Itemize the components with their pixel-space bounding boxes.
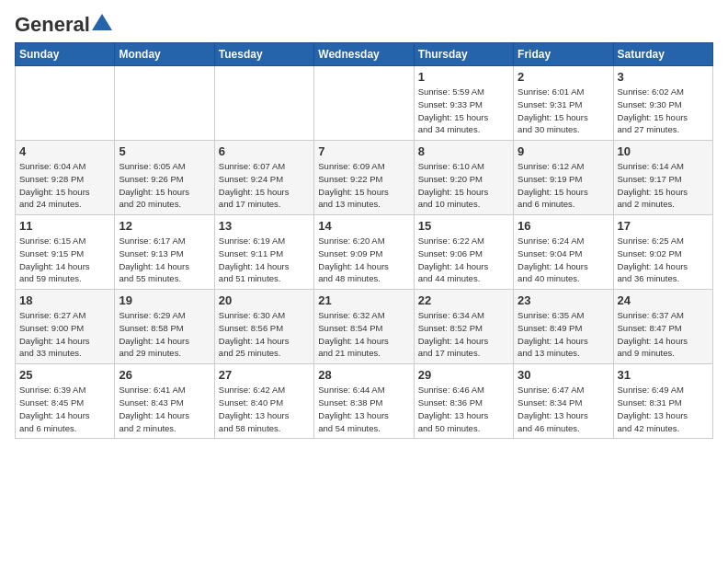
- calendar-week-row: 4Sunrise: 6:04 AMSunset: 9:28 PMDaylight…: [16, 141, 713, 215]
- day-info: Sunrise: 6:19 AMSunset: 9:11 PMDaylight:…: [219, 235, 310, 285]
- calendar-cell: 21Sunrise: 6:32 AMSunset: 8:54 PMDayligh…: [314, 290, 414, 364]
- day-number: 25: [19, 368, 110, 382]
- day-number: 22: [418, 293, 509, 307]
- calendar-cell: 27Sunrise: 6:42 AMSunset: 8:40 PMDayligh…: [214, 364, 313, 439]
- day-number: 5: [119, 144, 210, 158]
- day-info: Sunrise: 6:41 AMSunset: 8:43 PMDaylight:…: [119, 384, 210, 434]
- logo-general-text: General: [15, 15, 90, 35]
- calendar-table: SundayMondayTuesdayWednesdayThursdayFrid…: [15, 42, 713, 439]
- day-number: 10: [618, 144, 709, 158]
- day-info: Sunrise: 6:22 AMSunset: 9:06 PMDaylight:…: [418, 235, 509, 285]
- day-info: Sunrise: 6:25 AMSunset: 9:02 PMDaylight:…: [618, 235, 709, 285]
- calendar-cell: 15Sunrise: 6:22 AMSunset: 9:06 PMDayligh…: [414, 215, 513, 290]
- logo: General: [15, 15, 112, 35]
- day-info: Sunrise: 5:59 AMSunset: 9:33 PMDaylight:…: [418, 86, 509, 136]
- day-info: Sunrise: 6:32 AMSunset: 8:54 PMDaylight:…: [318, 309, 409, 360]
- calendar-cell: [16, 66, 115, 141]
- calendar-cell: 11Sunrise: 6:15 AMSunset: 9:15 PMDayligh…: [16, 215, 115, 290]
- day-number: 3: [618, 70, 709, 84]
- day-info: Sunrise: 6:35 AMSunset: 8:49 PMDaylight:…: [518, 309, 609, 360]
- calendar-cell: 28Sunrise: 6:44 AMSunset: 8:38 PMDayligh…: [314, 364, 414, 439]
- page-header: General: [15, 15, 713, 35]
- weekday-header-tuesday: Tuesday: [214, 43, 313, 66]
- weekday-header-sunday: Sunday: [16, 43, 115, 66]
- weekday-header-thursday: Thursday: [414, 43, 513, 66]
- calendar-cell: 6Sunrise: 6:07 AMSunset: 9:24 PMDaylight…: [214, 141, 313, 215]
- day-info: Sunrise: 6:46 AMSunset: 8:36 PMDaylight:…: [418, 384, 509, 434]
- day-info: Sunrise: 6:14 AMSunset: 9:17 PMDaylight:…: [618, 160, 709, 211]
- day-number: 12: [119, 219, 210, 233]
- day-info: Sunrise: 6:17 AMSunset: 9:13 PMDaylight:…: [119, 235, 210, 285]
- day-number: 4: [19, 144, 110, 158]
- day-number: 23: [518, 293, 609, 307]
- day-info: Sunrise: 6:29 AMSunset: 8:58 PMDaylight:…: [119, 309, 210, 360]
- day-info: Sunrise: 6:12 AMSunset: 9:19 PMDaylight:…: [518, 160, 609, 211]
- day-number: 20: [219, 293, 310, 307]
- calendar-cell: 20Sunrise: 6:30 AMSunset: 8:56 PMDayligh…: [214, 290, 313, 364]
- day-info: Sunrise: 6:44 AMSunset: 8:38 PMDaylight:…: [318, 384, 409, 434]
- calendar-cell: 7Sunrise: 6:09 AMSunset: 9:22 PMDaylight…: [314, 141, 414, 215]
- day-number: 31: [618, 368, 709, 382]
- day-number: 17: [618, 219, 709, 233]
- calendar-week-row: 1Sunrise: 5:59 AMSunset: 9:33 PMDaylight…: [16, 66, 713, 141]
- calendar-cell: 23Sunrise: 6:35 AMSunset: 8:49 PMDayligh…: [514, 290, 613, 364]
- day-info: Sunrise: 6:09 AMSunset: 9:22 PMDaylight:…: [318, 160, 409, 211]
- day-number: 29: [418, 368, 509, 382]
- day-number: 28: [318, 368, 409, 382]
- calendar-cell: 5Sunrise: 6:05 AMSunset: 9:26 PMDaylight…: [115, 141, 214, 215]
- day-info: Sunrise: 6:49 AMSunset: 8:31 PMDaylight:…: [618, 384, 709, 434]
- day-number: 15: [418, 219, 509, 233]
- weekday-header-monday: Monday: [115, 43, 214, 66]
- day-number: 27: [219, 368, 310, 382]
- day-number: 21: [318, 293, 409, 307]
- day-number: 9: [518, 144, 609, 158]
- day-info: Sunrise: 6:34 AMSunset: 8:52 PMDaylight:…: [418, 309, 509, 360]
- day-info: Sunrise: 6:01 AMSunset: 9:31 PMDaylight:…: [518, 86, 609, 136]
- calendar-cell: [214, 66, 313, 141]
- day-info: Sunrise: 6:37 AMSunset: 8:47 PMDaylight:…: [618, 309, 709, 360]
- calendar-week-row: 18Sunrise: 6:27 AMSunset: 9:00 PMDayligh…: [16, 290, 713, 364]
- day-info: Sunrise: 6:15 AMSunset: 9:15 PMDaylight:…: [19, 235, 110, 285]
- day-number: 26: [119, 368, 210, 382]
- day-info: Sunrise: 6:47 AMSunset: 8:34 PMDaylight:…: [518, 384, 609, 434]
- calendar-cell: 13Sunrise: 6:19 AMSunset: 9:11 PMDayligh…: [214, 215, 313, 290]
- calendar-cell: [115, 66, 214, 141]
- calendar-cell: 8Sunrise: 6:10 AMSunset: 9:20 PMDaylight…: [414, 141, 513, 215]
- weekday-header-wednesday: Wednesday: [314, 43, 414, 66]
- calendar-week-row: 11Sunrise: 6:15 AMSunset: 9:15 PMDayligh…: [16, 215, 713, 290]
- day-info: Sunrise: 6:02 AMSunset: 9:30 PMDaylight:…: [618, 86, 709, 136]
- day-info: Sunrise: 6:42 AMSunset: 8:40 PMDaylight:…: [219, 384, 310, 434]
- day-number: 7: [318, 144, 409, 158]
- calendar-cell: 14Sunrise: 6:20 AMSunset: 9:09 PMDayligh…: [314, 215, 414, 290]
- day-info: Sunrise: 6:30 AMSunset: 8:56 PMDaylight:…: [219, 309, 310, 360]
- day-info: Sunrise: 6:05 AMSunset: 9:26 PMDaylight:…: [119, 160, 210, 211]
- day-info: Sunrise: 6:07 AMSunset: 9:24 PMDaylight:…: [219, 160, 310, 211]
- day-number: 8: [418, 144, 509, 158]
- calendar-cell: 9Sunrise: 6:12 AMSunset: 9:19 PMDaylight…: [514, 141, 613, 215]
- logo-triangle-icon: [92, 12, 112, 32]
- calendar-cell: 24Sunrise: 6:37 AMSunset: 8:47 PMDayligh…: [613, 290, 712, 364]
- calendar-cell: 25Sunrise: 6:39 AMSunset: 8:45 PMDayligh…: [16, 364, 115, 439]
- day-info: Sunrise: 6:10 AMSunset: 9:20 PMDaylight:…: [418, 160, 509, 211]
- calendar-cell: 31Sunrise: 6:49 AMSunset: 8:31 PMDayligh…: [613, 364, 712, 439]
- calendar-cell: 2Sunrise: 6:01 AMSunset: 9:31 PMDaylight…: [514, 66, 613, 141]
- calendar-cell: 19Sunrise: 6:29 AMSunset: 8:58 PMDayligh…: [115, 290, 214, 364]
- calendar-week-row: 25Sunrise: 6:39 AMSunset: 8:45 PMDayligh…: [16, 364, 713, 439]
- weekday-header-saturday: Saturday: [613, 43, 712, 66]
- weekday-header-friday: Friday: [514, 43, 613, 66]
- day-number: 24: [618, 293, 709, 307]
- calendar-cell: 1Sunrise: 5:59 AMSunset: 9:33 PMDaylight…: [414, 66, 513, 141]
- calendar-cell: 30Sunrise: 6:47 AMSunset: 8:34 PMDayligh…: [514, 364, 613, 439]
- day-number: 11: [19, 219, 110, 233]
- calendar-cell: [314, 66, 414, 141]
- calendar-header-row: SundayMondayTuesdayWednesdayThursdayFrid…: [16, 43, 713, 66]
- day-info: Sunrise: 6:27 AMSunset: 9:00 PMDaylight:…: [19, 309, 110, 360]
- calendar-cell: 22Sunrise: 6:34 AMSunset: 8:52 PMDayligh…: [414, 290, 513, 364]
- day-number: 18: [19, 293, 110, 307]
- calendar-cell: 26Sunrise: 6:41 AMSunset: 8:43 PMDayligh…: [115, 364, 214, 439]
- day-info: Sunrise: 6:04 AMSunset: 9:28 PMDaylight:…: [19, 160, 110, 211]
- calendar-cell: 18Sunrise: 6:27 AMSunset: 9:00 PMDayligh…: [16, 290, 115, 364]
- calendar-cell: 10Sunrise: 6:14 AMSunset: 9:17 PMDayligh…: [613, 141, 712, 215]
- day-number: 16: [518, 219, 609, 233]
- day-number: 30: [518, 368, 609, 382]
